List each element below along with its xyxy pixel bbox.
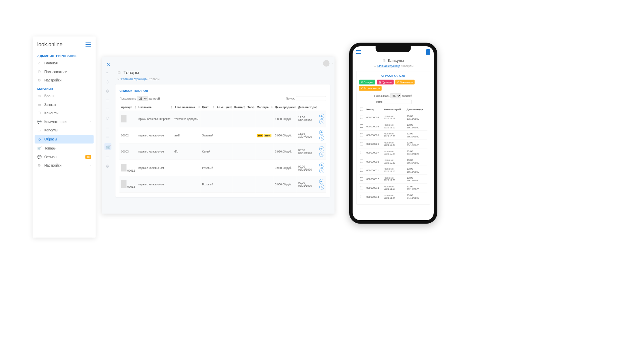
view-button[interactable]: 👁: [319, 179, 324, 184]
row-checkbox[interactable]: [360, 142, 363, 145]
mini-box-icon[interactable]: ▭: [106, 134, 110, 139]
sidebar-item-Клиенты[interactable]: ⚇ Клиенты: [33, 109, 96, 118]
view-button[interactable]: 👁: [319, 130, 324, 135]
view-button[interactable]: 👁: [319, 114, 324, 119]
cell-article: 00003: [119, 143, 137, 160]
row-checkbox[interactable]: [360, 195, 363, 198]
edit-button[interactable]: ✎: [319, 152, 324, 157]
page-size-select[interactable]: 25: [137, 96, 148, 101]
select-all-checkbox[interactable]: [360, 108, 363, 111]
cell-markers: [255, 176, 273, 192]
mini-doc-icon[interactable]: ▭: [106, 107, 110, 112]
col-comment[interactable]: Комментарий: [383, 106, 406, 113]
cell-tags: [246, 160, 255, 176]
mobile-page-size-select[interactable]: 25: [390, 93, 401, 98]
m-search-label: Поиск:: [375, 100, 383, 103]
book-icon: ▭: [37, 94, 41, 98]
sidebar-item-Товары[interactable]: 🛒 Товары: [33, 144, 96, 153]
row-checkbox[interactable]: [360, 133, 363, 136]
mini-book-icon[interactable]: ▭: [106, 98, 110, 103]
mini-gear-icon[interactable]: ⚙: [106, 89, 110, 94]
view-button[interactable]: 👁: [319, 163, 324, 168]
activate-button[interactable]: ✓ Активировать: [359, 86, 382, 91]
view-button[interactable]: 👁: [319, 146, 324, 152]
edit-button[interactable]: ✎: [319, 119, 324, 124]
mini-users2-icon[interactable]: ⚇: [106, 116, 110, 121]
mini-chat2-icon[interactable]: ▭: [106, 155, 110, 159]
row-checkbox[interactable]: [360, 168, 363, 172]
sidebar-item-Капсулы[interactable]: ▭ Капсулы: [33, 126, 96, 135]
sidebar-item-Главная[interactable]: ⌂ Главная: [33, 59, 96, 68]
cell-date: 13:0030/10/2020: [406, 157, 427, 166]
col-date[interactable]: Дата выхода: [406, 106, 427, 113]
cell-date: 13:0010/11/2020: [406, 122, 427, 130]
mini-cart-icon[interactable]: 🛒: [104, 143, 111, 150]
mobile-home-icon[interactable]: ⌂: [373, 64, 375, 67]
row-checkbox[interactable]: [360, 116, 363, 119]
col-Теги[interactable]: Теги▲▼: [246, 104, 255, 111]
col-Цена продажи[interactable]: Цена продажи▲▼: [273, 104, 297, 111]
mobile-search-input[interactable]: [384, 100, 412, 104]
cell-size: [233, 127, 246, 143]
chat-icon: 💬: [37, 120, 41, 124]
cell-name: брюки бежевые широкие: [137, 111, 173, 127]
cell-check: [359, 175, 365, 183]
menu-toggle-button[interactable]: [86, 43, 91, 47]
cell-altname: [173, 176, 201, 192]
sidebar-item-Комментарии[interactable]: 💬 Комментарии›: [33, 117, 96, 126]
sidebar-item-Отзывы[interactable]: 💬 Отзывы10: [33, 153, 96, 161]
col-number[interactable]: Номер: [365, 106, 383, 113]
col-Маркеры[interactable]: Маркеры▲▼: [255, 104, 273, 111]
row-checkbox[interactable]: [360, 124, 363, 128]
mobile-info-button[interactable]: ⋮: [426, 49, 430, 55]
cell-check: [359, 113, 365, 122]
cell-date: 00:0002/01/1970: [297, 143, 318, 160]
sidebar-item-Образы[interactable]: ◇ Образы: [35, 135, 94, 144]
mini-home-icon[interactable]: ⌂: [106, 71, 110, 75]
row-checkbox[interactable]: [360, 160, 363, 163]
home-icon: ⌂: [37, 61, 41, 65]
sidebar-item-Пользователи[interactable]: ⚇ Пользователи: [33, 67, 96, 76]
sidebar-item-Заказы[interactable]: ▭ Заказы: [33, 100, 96, 109]
row-checkbox[interactable]: [360, 186, 363, 189]
table-row: 000000006 название:2020.10.23 12:0023/10…: [359, 139, 427, 148]
sidebar-item-Настройки[interactable]: ⚙ Настройки: [33, 76, 96, 85]
col-Альт. цвет[interactable]: Альт. цвет▲▼: [215, 104, 233, 111]
col-Дата выхода[interactable]: Дата выхода▲▼: [297, 104, 318, 111]
user-avatar-menu[interactable]: [323, 60, 330, 67]
cell-date: 00:0002/01/1970: [297, 160, 318, 176]
sidebar-item-Брони[interactable]: ▭ Брони: [33, 92, 96, 101]
cell-date: 13:0027/10/2020: [406, 148, 427, 157]
mobile-menu-button[interactable]: [356, 50, 361, 54]
breadcrumb-home-link[interactable]: Главная страница: [121, 77, 147, 81]
close-button[interactable]: ✕: [106, 61, 111, 67]
search-input[interactable]: [296, 96, 326, 101]
users-icon: ⚇: [37, 70, 41, 74]
cell-markers: [255, 160, 273, 176]
mobile-crumb-home[interactable]: Главная страница: [377, 64, 400, 67]
col-Альт. название[interactable]: Альт. название▲▼: [173, 104, 201, 111]
edit-button[interactable]: ✎: [319, 185, 324, 190]
disable-button[interactable]: ⊘ Отключить: [395, 80, 415, 84]
cell-comment: название:2020.11.20: [383, 175, 406, 183]
mini-chat-icon[interactable]: ▭: [106, 125, 110, 130]
col-Название[interactable]: Название▲▼: [137, 104, 173, 111]
create-button[interactable]: ⊕ Создать: [359, 80, 375, 84]
edit-button[interactable]: ✎: [319, 168, 324, 173]
capsules-card: СПИСОК КАПСУЛ ⊕ Создать 🗑 Удалить ⊘ Откл…: [356, 71, 430, 204]
col-Цвет[interactable]: Цвет▲▼: [201, 104, 215, 111]
row-checkbox[interactable]: [360, 151, 363, 154]
cell-comment: название:2020.10.20: [383, 131, 406, 139]
mini-users-icon[interactable]: ⚇: [106, 80, 110, 84]
home-icon[interactable]: ⌂: [117, 77, 119, 81]
row-checkbox[interactable]: [360, 177, 363, 180]
mini-gear2-icon[interactable]: ⚙: [106, 164, 110, 168]
col-Артикул[interactable]: Артикул▲▼: [119, 104, 137, 111]
product-thumb: [121, 115, 127, 123]
edit-button[interactable]: ✎: [319, 135, 324, 140]
brand-logo: look.online: [37, 42, 62, 48]
delete-button[interactable]: 🗑 Удалить: [377, 80, 393, 84]
col-Размер[interactable]: Размер▲▼: [233, 104, 246, 111]
cell-article: 00012: [119, 160, 137, 176]
sidebar-item-Настройки[interactable]: ⚙ Настройки›: [33, 161, 96, 170]
